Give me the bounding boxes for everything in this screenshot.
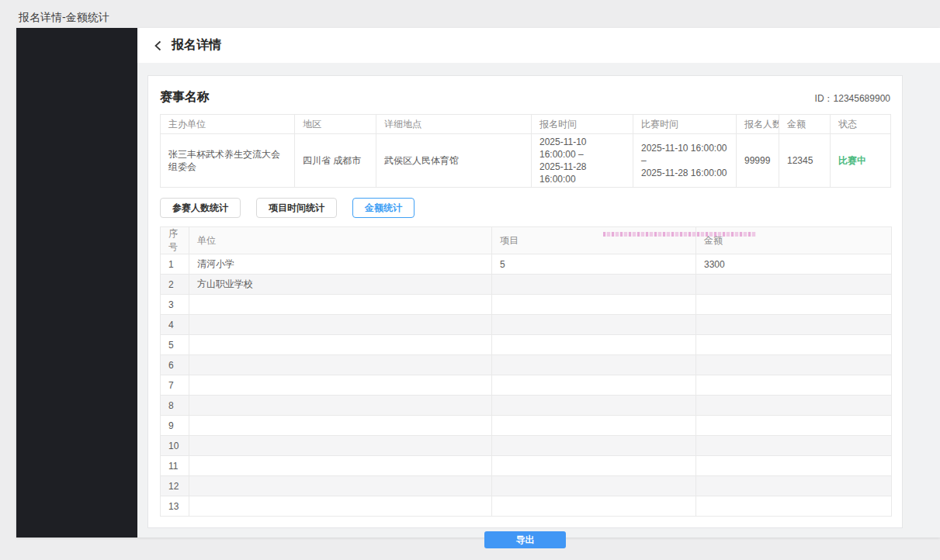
cell-amount <box>696 396 892 416</box>
table-row: 12 <box>161 476 892 496</box>
table-row: 7 <box>161 375 892 396</box>
cell-unit <box>189 436 492 456</box>
app-window: 报名详情 赛事名称 ID：12345689900 主办单位地区详细地点报名时间比… <box>16 28 940 538</box>
event-column-header: 比赛时间 <box>633 115 737 134</box>
amount-stats-table: 序号单位项目金额 1清河小学533002方山职业学校34567891011121… <box>160 226 892 517</box>
cell-unit <box>189 335 492 355</box>
cell-no: 2 <box>161 275 189 295</box>
cell-unit <box>189 476 492 496</box>
cell-match-time: 2025-11-10 16:00:00 – 2025-11-28 16:00:0… <box>633 134 737 188</box>
cell-project <box>492 476 696 496</box>
stats-tabs: 参赛人数统计项目时间统计金额统计 <box>160 198 890 218</box>
cell-amount: 3300 <box>696 254 892 275</box>
tab-amount-stats[interactable]: 金额统计 <box>352 198 415 218</box>
cell-no: 11 <box>161 456 189 476</box>
cell-amount: 12345 <box>779 134 831 188</box>
cell-unit <box>189 416 492 436</box>
content-area: 赛事名称 ID：12345689900 主办单位地区详细地点报名时间比赛时间报名… <box>137 63 940 538</box>
cell-project: 5 <box>492 254 696 275</box>
cell-region: 四川省 成都市 <box>295 134 376 188</box>
stats-column-header: 单位 <box>189 227 492 254</box>
event-id: ID：12345689900 <box>815 92 890 105</box>
cell-organizer: 张三丰杯武术养生交流大会组委会 <box>161 134 295 188</box>
cell-no: 5 <box>161 335 189 355</box>
cell-unit <box>189 315 492 335</box>
event-table-header: 主办单位地区详细地点报名时间比赛时间报名人数金额状态 <box>161 115 891 134</box>
cell-project <box>492 456 696 476</box>
tab-project-time-stats[interactable]: 项目时间统计 <box>256 198 337 218</box>
cell-unit <box>189 396 492 416</box>
section-head: 赛事名称 ID：12345689900 <box>160 89 890 105</box>
cell-unit <box>189 496 492 517</box>
event-info-table: 主办单位地区详细地点报名时间比赛时间报名人数金额状态 张三丰杯武术养生交流大会组… <box>160 114 891 188</box>
sidebar <box>16 28 137 538</box>
cell-signup-time: 2025-11-10 16:00:00 – 2025-11-28 16:00:0… <box>532 134 633 188</box>
table-row: 1清河小学53300 <box>161 254 892 275</box>
event-column-header: 主办单位 <box>161 115 295 134</box>
event-column-header: 报名时间 <box>532 115 633 134</box>
signup-time-line1: 2025-11-10 16:00:00 – <box>539 136 625 161</box>
cell-no: 8 <box>161 396 189 416</box>
detail-card: 赛事名称 ID：12345689900 主办单位地区详细地点报名时间比赛时间报名… <box>147 75 903 528</box>
cell-project <box>492 436 696 456</box>
cell-amount <box>696 436 892 456</box>
cell-no: 4 <box>161 315 189 335</box>
cell-amount <box>696 496 892 517</box>
table-row: 9 <box>161 416 892 436</box>
stats-column-header: 序号 <box>161 227 189 254</box>
cell-amount <box>696 476 892 496</box>
cell-no: 6 <box>161 355 189 375</box>
cell-no: 10 <box>161 436 189 456</box>
cell-project <box>492 275 696 295</box>
table-row: 3 <box>161 295 892 315</box>
back-button[interactable] <box>153 40 164 51</box>
cell-unit: 方山职业学校 <box>189 275 492 295</box>
cell-no: 9 <box>161 416 189 436</box>
cell-project <box>492 295 696 315</box>
cell-amount <box>696 275 892 295</box>
cell-amount <box>696 335 892 355</box>
signup-time-line2: 2025-11-28 16:00:00 <box>539 161 625 185</box>
cell-amount <box>696 295 892 315</box>
stats-column-header: 项目 <box>492 227 696 254</box>
cell-project <box>492 375 696 396</box>
cell-project <box>492 355 696 375</box>
cell-amount <box>696 315 892 335</box>
event-column-header: 地区 <box>295 115 376 134</box>
tab-participants-stats[interactable]: 参赛人数统计 <box>160 198 241 218</box>
cell-unit <box>189 375 492 396</box>
status-badge: 比赛中 <box>831 134 891 188</box>
table-row: 6 <box>161 355 892 375</box>
cell-no: 3 <box>161 295 189 315</box>
cell-unit <box>189 295 492 315</box>
artboard-label: 报名详情-金额统计 <box>19 11 109 25</box>
export-row: 导出 <box>160 531 890 548</box>
cell-no: 12 <box>161 476 189 496</box>
table-row: 10 <box>161 436 892 456</box>
cell-no: 1 <box>161 254 189 275</box>
cell-venue: 武侯区人民体育馆 <box>376 134 532 188</box>
cell-project <box>492 496 696 517</box>
stats-column-header: 金额 <box>696 227 892 254</box>
match-time-line1: 2025-11-10 16:00:00 – <box>641 142 728 167</box>
export-button[interactable]: 导出 <box>484 531 566 548</box>
event-column-header: 报名人数 <box>737 115 779 134</box>
cell-no: 13 <box>161 496 189 517</box>
cell-unit: 清河小学 <box>189 254 492 275</box>
stats-table-header: 序号单位项目金额 <box>161 227 892 254</box>
cell-amount <box>696 456 892 476</box>
event-row: 张三丰杯武术养生交流大会组委会 四川省 成都市 武侯区人民体育馆 2025-11… <box>161 134 891 188</box>
cell-amount <box>696 416 892 436</box>
event-column-header: 金额 <box>779 115 831 134</box>
cell-amount <box>696 355 892 375</box>
table-row: 11 <box>161 456 892 476</box>
page-title: 报名详情 <box>172 37 221 54</box>
cell-amount <box>696 375 892 396</box>
cell-project <box>492 315 696 335</box>
match-time-line2: 2025-11-28 16:00:00 <box>641 167 728 179</box>
cell-unit <box>189 456 492 476</box>
table-row: 5 <box>161 335 892 355</box>
table-row: 13 <box>161 496 892 517</box>
main-area: 报名详情 赛事名称 ID：12345689900 主办单位地区详细地点报名时间比… <box>137 28 940 538</box>
event-column-header: 详细地点 <box>376 115 532 134</box>
